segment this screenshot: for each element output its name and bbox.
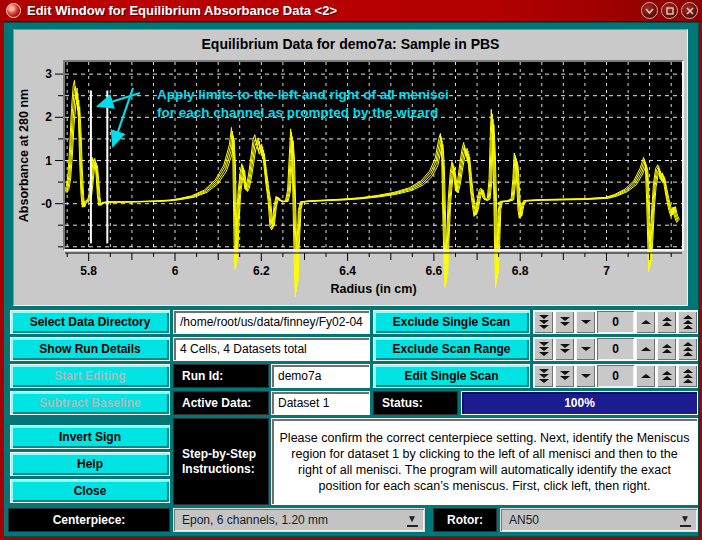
maximize-icon[interactable]	[661, 2, 678, 19]
rotor-dropdown[interactable]: AN50 ▼	[500, 508, 698, 532]
titlebar[interactable]: Edit Window for Equilibrium Absorbance D…	[0, 0, 702, 22]
equilibrium-plot[interactable]: Apply limits to the left and right of al…	[14, 58, 687, 310]
svg-text:7: 7	[603, 264, 610, 278]
spin-down-medium-icon[interactable]	[554, 337, 575, 361]
show-run-details-button[interactable]: Show Run Details	[10, 337, 170, 361]
spin-down-medium-icon[interactable]	[554, 364, 575, 388]
spin-up-icon[interactable]	[635, 364, 656, 388]
instructions-label: Step-by-Step Instructions:	[173, 418, 269, 505]
svg-text:3: 3	[45, 67, 52, 81]
svg-text:Absorbance at 280 nm: Absorbance at 280 nm	[17, 89, 31, 222]
svg-text:Apply limits to the left and r: Apply limits to the left and right of al…	[157, 87, 449, 102]
spin-down-fast-icon[interactable]	[533, 337, 554, 361]
centerpiece-label: Centerpiece:	[8, 508, 170, 532]
application-icon	[6, 3, 21, 18]
spin-up-fast-icon[interactable]	[677, 337, 698, 361]
spin-down-fast-icon[interactable]	[533, 310, 554, 334]
data-directory-field[interactable]: /home/root/us/data/finney/Fy02-04	[173, 310, 370, 334]
run-details-field[interactable]: 4 Cells, 4 Datasets total	[173, 337, 370, 361]
svg-text:6.2: 6.2	[253, 264, 270, 278]
svg-text:6.4: 6.4	[339, 264, 356, 278]
svg-text:5.8: 5.8	[80, 264, 97, 278]
svg-text:-0: -0	[41, 197, 52, 211]
subtract-baseline-button[interactable]: Subtract Baseline	[10, 391, 170, 415]
spin-up-medium-icon[interactable]	[656, 310, 677, 334]
svg-text:6: 6	[172, 264, 179, 278]
rotor-label: Rotor:	[433, 508, 497, 532]
edit-single-scan-button[interactable]: Edit Single Scan	[373, 364, 530, 388]
svg-text:6.8: 6.8	[512, 264, 529, 278]
window-menu-icon[interactable]	[641, 2, 658, 19]
run-id-label: Run Id:	[173, 364, 269, 388]
spin-up-fast-icon[interactable]	[677, 310, 698, 334]
spin-up-medium-icon[interactable]	[656, 364, 677, 388]
app-window: Edit Window for Equilibrium Absorbance D…	[0, 0, 702, 540]
spin-down-icon[interactable]	[575, 310, 596, 334]
instructions-text: Please confirm the correct centerpiece s…	[271, 418, 698, 505]
spin-up-icon[interactable]	[635, 337, 656, 361]
plot-panel: Equilibrium Data for demo7a: Sample in P…	[13, 29, 688, 306]
svg-text:6.6: 6.6	[426, 264, 443, 278]
spin-up-icon[interactable]	[635, 310, 656, 334]
spin-up-fast-icon[interactable]	[677, 364, 698, 388]
counter-value[interactable]: 0	[596, 310, 635, 334]
main-content: Equilibrium Data for demo7a: Sample in P…	[0, 22, 702, 540]
spin-up-medium-icon[interactable]	[656, 337, 677, 361]
counter-value[interactable]: 0	[596, 364, 635, 388]
active-data-label: Active Data:	[173, 391, 269, 415]
help-button[interactable]: Help	[10, 452, 170, 476]
close-icon[interactable]	[681, 2, 698, 19]
spin-down-fast-icon[interactable]	[533, 364, 554, 388]
rotor-value: AN50	[509, 513, 539, 527]
spin-down-medium-icon[interactable]	[554, 310, 575, 334]
run-id-field[interactable]: demo7a	[271, 364, 370, 388]
svg-text:for each channel as prompted b: for each channel as prompted by the wiza…	[157, 105, 438, 120]
exclude-scan-range-counter: 0	[533, 337, 698, 361]
centerpiece-dropdown[interactable]: Epon, 6 channels, 1.20 mm ▼	[173, 508, 425, 532]
svg-text:1: 1	[45, 154, 52, 168]
exclude-scan-range-button[interactable]: Exclude Scan Range	[373, 337, 530, 361]
active-data-field[interactable]: Dataset 1	[271, 391, 370, 415]
spin-down-icon[interactable]	[575, 337, 596, 361]
close-button[interactable]: Close	[10, 479, 170, 503]
progress-bar: 100%	[461, 391, 698, 415]
svg-text:2: 2	[45, 110, 52, 124]
counter-value[interactable]: 0	[596, 337, 635, 361]
spin-down-icon[interactable]	[575, 364, 596, 388]
start-editing-button[interactable]: Start Editing	[10, 364, 170, 388]
plot-title: Equilibrium Data for demo7a: Sample in P…	[14, 36, 687, 58]
window-title: Edit Window for Equilibrium Absorbance D…	[27, 3, 641, 18]
exclude-single-scan-button[interactable]: Exclude Single Scan	[373, 310, 530, 334]
dropdown-arrow-icon[interactable]: ▼	[677, 512, 693, 528]
svg-text:Radius (in cm): Radius (in cm)	[330, 282, 416, 296]
select-data-directory-button[interactable]: Select Data Directory	[10, 310, 170, 334]
status-label: Status:	[373, 391, 458, 415]
invert-sign-button[interactable]: Invert Sign	[10, 425, 170, 449]
dropdown-arrow-icon[interactable]: ▼	[404, 512, 420, 528]
centerpiece-value: Epon, 6 channels, 1.20 mm	[182, 513, 328, 527]
exclude-single-scan-counter: 0	[533, 310, 698, 334]
edit-single-scan-counter: 0	[533, 364, 698, 388]
